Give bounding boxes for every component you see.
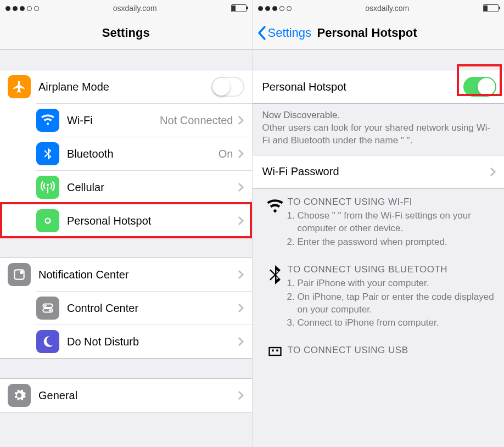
row-do-not-disturb[interactable]: Do Not Disturb [36,325,252,358]
row-control-center[interactable]: Control Center [36,291,252,325]
highlight-hotspot-toggle [457,64,502,96]
row-label: Cellular [67,181,238,194]
cellular-icon [36,176,59,199]
battery-icon [483,4,499,12]
svg-point-1 [20,270,24,274]
signal-dots-icon [258,6,292,11]
svg-point-5 [49,309,51,311]
chevron-right-icon [238,337,244,347]
row-label: Wi-Fi Password [262,165,490,178]
inst-step: Connect to iPhone from computer. [298,317,495,329]
settings-group-general: General [0,378,252,412]
row-label: Control Center [67,302,238,315]
instructions-usb: TO CONNECT USING USB [253,337,505,358]
wifi-symbol-icon [262,197,288,250]
battery-icon [231,4,247,12]
row-detail: Not Connected [160,114,233,127]
chevron-right-icon [238,390,244,400]
bluetooth-symbol-icon [262,264,288,331]
row-label: Do Not Disturb [67,336,238,348]
do-not-disturb-icon [36,330,59,353]
discoverable-title: Now Discoverable. [262,109,495,122]
airplane-toggle[interactable] [211,77,244,97]
discoverable-text: Now Discoverable. Other users can look f… [253,104,505,155]
bluetooth-icon [36,142,59,165]
svg-point-3 [44,305,47,307]
page-title: Settings [0,26,252,40]
chevron-right-icon [490,167,496,177]
gear-icon [8,384,31,407]
settings-screen: osxdaily.com Settings Airplane Mode Wi-F… [0,0,252,447]
chevron-right-icon [238,270,244,280]
row-label: Notification Center [38,269,238,281]
inst-step: Enter the password when prompted. [298,236,495,249]
settings-group-centers: Notification Center Control Center Do No… [0,258,252,359]
chevron-left-icon [257,25,267,41]
row-notification-center[interactable]: Notification Center [0,258,252,291]
inst-head: TO CONNECT USING USB [288,345,495,356]
svg-rect-7 [272,350,274,352]
inst-head: TO CONNECT USING WI-FI [288,197,495,208]
row-wifi[interactable]: Wi-Fi Not Connected [36,103,252,137]
inst-step: Choose " " from the Wi-Fi settings on yo… [298,210,495,235]
control-center-icon [36,297,59,320]
site-label: osxdaily.com [292,4,484,13]
chevron-right-icon [238,115,244,125]
site-label: osxdaily.com [39,4,231,13]
row-label: General [38,389,238,402]
row-detail: On [219,148,233,160]
row-wifi-password[interactable]: Wi-Fi Password [253,155,505,188]
back-label: Settings [268,26,312,40]
nav-bar: Settings [0,16,252,50]
instructions-wifi: TO CONNECT USING WI-FI Choose " " from t… [253,189,505,256]
inst-step: Pair iPhone with your computer. [298,277,495,290]
status-bar: osxdaily.com [0,0,252,16]
row-label: Bluetooth [67,148,219,160]
svg-rect-6 [269,348,281,355]
row-label: Personal Hotspot [262,81,464,93]
signal-dots-icon [5,6,39,11]
wifi-icon [36,109,59,132]
page-title: Personal Hotspot [296,26,505,40]
settings-group-network: Airplane Mode Wi-Fi Not Connected Blueto… [0,70,252,238]
airplane-icon [8,75,31,98]
chevron-right-icon [238,149,244,159]
notification-center-icon [8,263,31,286]
status-bar: osxdaily.com [253,0,505,16]
inst-head: TO CONNECT USING BLUETOOTH [288,264,495,275]
inst-step: On iPhone, tap Pair or enter the code di… [298,291,495,316]
back-button[interactable]: Settings [253,25,312,41]
row-label: Airplane Mode [38,81,211,93]
highlight-hotspot-row [0,202,252,238]
chevron-right-icon [238,303,244,313]
row-cellular[interactable]: Cellular [36,170,252,204]
chevron-right-icon [238,182,244,192]
instructions-bluetooth: TO CONNECT USING BLUETOOTH Pair iPhone w… [253,256,505,338]
hotspot-screen: osxdaily.com Settings Personal Hotspot P… [252,0,505,447]
svg-rect-8 [276,350,278,352]
usb-symbol-icon [262,345,288,358]
row-general[interactable]: General [0,379,252,412]
row-airplane-mode[interactable]: Airplane Mode [0,70,252,103]
discoverable-body: Other users can look for your shared net… [262,122,495,147]
row-bluetooth[interactable]: Bluetooth On [36,137,252,170]
nav-bar: Settings Personal Hotspot [253,16,505,50]
wifi-password-group: Wi-Fi Password [253,155,505,189]
row-label: Wi-Fi [67,114,160,127]
